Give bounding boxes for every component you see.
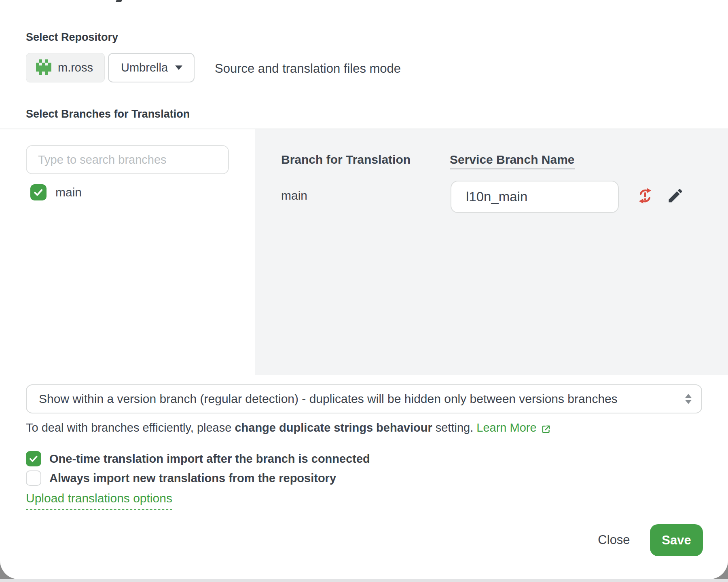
sync-error-icon[interactable] [637, 188, 653, 206]
up-down-arrows-icon [685, 394, 692, 404]
column-branch-for-translation: Branch for Translation [281, 153, 411, 167]
option-always-import[interactable]: Always import new translations from the … [26, 470, 336, 486]
note-suffix: setting. [432, 421, 477, 434]
service-branch-name-input[interactable] [451, 181, 619, 213]
upload-translations-options-link[interactable]: Upload translations options [26, 491, 172, 510]
duplicates-note: To deal with branches efficiently, pleas… [26, 421, 551, 434]
top-edge-artifact [116, 0, 122, 2]
select-branches-heading: Select Branches for Translation [26, 108, 190, 120]
select-repository-heading: Select Repository [26, 31, 118, 44]
repo-owner-chip[interactable]: m.ross [26, 53, 105, 82]
repo-avatar-identicon-icon [36, 59, 51, 76]
caret-down-icon [175, 65, 182, 70]
repository-dropdown[interactable]: Umbrella [108, 53, 195, 82]
learn-more-link[interactable]: Learn More [476, 421, 551, 434]
table-row-branch-name: main [281, 189, 307, 202]
edit-pencil-icon[interactable] [667, 187, 684, 206]
close-button[interactable]: Close [586, 533, 642, 547]
note-bold: change duplicate strings behaviour [235, 421, 432, 434]
checkbox [30, 184, 47, 200]
note-prefix: To deal with branches efficiently, pleas… [26, 421, 235, 434]
checkmark-icon [28, 453, 39, 464]
option-one-time-import[interactable]: One-time translation import after the br… [26, 451, 370, 466]
branch-checkbox-main[interactable]: main [30, 184, 82, 200]
duplicate-strings-selected-option: Show within a version branch (regular de… [39, 392, 618, 406]
branch-checkbox-label: main [55, 186, 82, 199]
connect-repository-dialog: Select Repository m.ross Umbrella S [0, 0, 728, 582]
page-bottom-strip [0, 579, 728, 582]
option-label: One-time translation import after the br… [49, 452, 370, 466]
external-link-icon [541, 424, 551, 434]
column-service-branch-name[interactable]: Service Branch Name [450, 153, 575, 169]
branch-search-input[interactable] [26, 145, 229, 174]
checkmark-icon [33, 187, 44, 198]
modal-panel: Select Repository m.ross Umbrella S [0, 0, 728, 579]
repository-dropdown-value: Umbrella [121, 61, 168, 74]
checkbox [26, 451, 41, 466]
checkbox [26, 470, 41, 486]
save-button[interactable]: Save [650, 524, 703, 556]
repo-owner-name: m.ross [58, 61, 93, 74]
option-label: Always import new translations from the … [49, 472, 336, 485]
duplicate-strings-select[interactable]: Show within a version branch (regular de… [26, 384, 702, 413]
files-mode-text: Source and translation files mode [215, 61, 401, 76]
